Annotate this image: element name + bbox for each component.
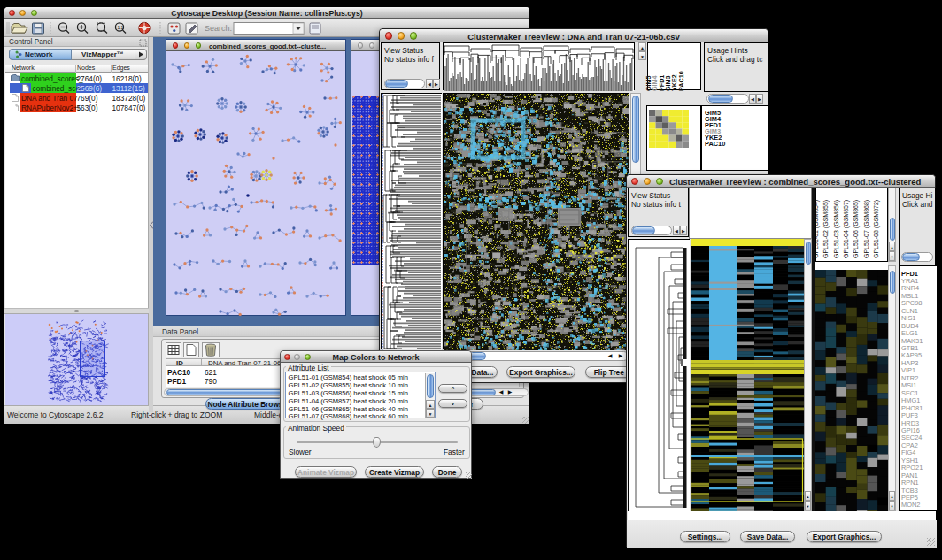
- svg-text:Search:: Search:: [205, 24, 232, 33]
- svg-text:1:1: 1:1: [117, 25, 123, 30]
